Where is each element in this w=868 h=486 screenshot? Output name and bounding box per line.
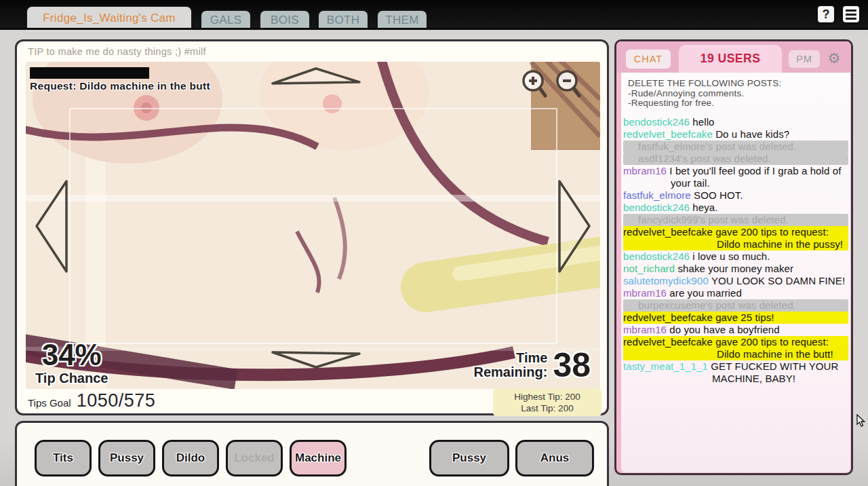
tab-chat[interactable]: CHAT bbox=[626, 50, 671, 69]
gear-icon: ⚙ bbox=[828, 50, 841, 67]
chat-username: redvelvet_beefcake bbox=[623, 226, 713, 238]
chat-text: are you married bbox=[669, 287, 742, 299]
action-button-label: Locked bbox=[234, 451, 275, 465]
chat-username: redvelvet_beefcake bbox=[623, 312, 713, 323]
deleted-post-notice: fastfuk_elmore's post was deleted. bbox=[623, 141, 848, 153]
chat-message: not_richard shake your money maker bbox=[623, 263, 848, 275]
chat-username: not_richard bbox=[623, 263, 675, 274]
chat-username: mbram16 bbox=[623, 287, 667, 299]
action-button-label: Dildo bbox=[176, 451, 205, 465]
window-tab-gals[interactable]: GALS bbox=[200, 10, 252, 30]
tip-stats-box: Highest Tip: 200 Last Tip: 200 bbox=[493, 389, 601, 416]
game-screen: Fridge_Is_Waiting's CamGALSBOISBOTHTHEM … bbox=[0, 0, 868, 486]
chat-text: do you have a boyfriend bbox=[669, 324, 779, 335]
tab-pm[interactable]: PM bbox=[789, 50, 820, 68]
help-button[interactable]: ? bbox=[816, 4, 836, 24]
question-icon: ? bbox=[823, 7, 830, 22]
censor-bar bbox=[30, 67, 149, 79]
tab-chat-label: CHAT bbox=[634, 54, 663, 64]
window-tab-both[interactable]: BOTH bbox=[317, 10, 369, 30]
tip-message: redvelvet_beefcake gave 25 tips! bbox=[623, 312, 848, 324]
tip-chance-display: 34% Tip Chance bbox=[35, 341, 108, 386]
pan-left-arrow[interactable] bbox=[31, 177, 72, 276]
chat-username: tasty_meat_1_1_1 bbox=[623, 360, 708, 372]
video-feed: Request: Dildo machine in the butt bbox=[26, 62, 600, 389]
chat-text: hello bbox=[692, 116, 714, 128]
settings-button[interactable]: ⚙ bbox=[824, 48, 844, 69]
chat-message-list: bendostick246 helloredvelvet_beefcake Do… bbox=[621, 116, 850, 385]
chat-text: shake your money maker bbox=[677, 263, 793, 274]
tip-chance-value: 34% bbox=[35, 341, 108, 369]
chat-username: salutetomydick900 bbox=[623, 275, 709, 286]
tips-goal-value: 1050/575 bbox=[77, 390, 156, 411]
chat-message: mbram16 do you have a boyfriend bbox=[623, 324, 848, 336]
chat-message: mbram16 are you married bbox=[623, 287, 848, 299]
window-tab-cam[interactable]: Fridge_Is_Waiting's Cam bbox=[26, 5, 193, 30]
chat-text: gave 200 tips to request: Dildo machine … bbox=[715, 226, 843, 250]
zoom-in-icon[interactable] bbox=[520, 69, 549, 100]
chat-username: redvelvet_beefcake bbox=[623, 128, 713, 140]
chat-username: redvelvet_beefcake bbox=[623, 336, 713, 348]
chat-panel: CHAT 19 USERS PM ⚙ DELETE THE FOLLOWING … bbox=[614, 39, 853, 475]
mouse-cursor bbox=[856, 414, 865, 428]
action-button-label: Pussy bbox=[452, 451, 486, 465]
request-overlay: Request: Dildo machine in the butt bbox=[30, 80, 210, 92]
moderation-notice-line: DELETE THE FOLLOWING POSTS: bbox=[628, 79, 844, 89]
action-button-label: Anus bbox=[540, 451, 570, 465]
chat-username: bendostick246 bbox=[623, 202, 690, 213]
menu-button[interactable] bbox=[841, 4, 861, 24]
action-button-machine-4[interactable]: Machine bbox=[290, 440, 347, 476]
chat-username: bendostick246 bbox=[623, 116, 690, 128]
tip-chance-label: Tip Chance bbox=[35, 371, 108, 386]
time-remaining-display: Time Remaining: 38 bbox=[473, 350, 591, 381]
tab-users-label: 19 USERS bbox=[701, 52, 761, 66]
last-tip: Last Tip: 200 bbox=[521, 403, 573, 414]
cam-status-line: TIP to make me do nasty things ;) #milf bbox=[28, 46, 206, 57]
action-button-pussy-5[interactable]: Pussy bbox=[429, 440, 509, 476]
hamburger-icon bbox=[846, 10, 856, 20]
time-label-line1: Time bbox=[473, 351, 547, 365]
deleted-text: asdf1234's post was deleted. bbox=[638, 153, 771, 164]
action-button-tits-0[interactable]: Tits bbox=[35, 440, 92, 476]
action-button-locked-3: Locked bbox=[226, 440, 283, 476]
deleted-text: fancydick999's post was deleted. bbox=[638, 214, 789, 225]
chat-username: mbram16 bbox=[623, 324, 667, 335]
chat-text: Do u have kids? bbox=[715, 128, 789, 140]
deleted-post-notice: asdf1234's post was deleted. bbox=[623, 153, 848, 165]
pan-up-arrow[interactable] bbox=[269, 64, 363, 88]
chat-text: i love u so much. bbox=[692, 250, 770, 262]
action-button-label: Pussy bbox=[110, 451, 144, 465]
action-button-label: Tits bbox=[53, 451, 73, 465]
chat-text: gave 200 tips to request: Dildo machine … bbox=[715, 336, 833, 360]
chat-message: tasty_meat_1_1_1 GET FUCKED WITH YOUR MA… bbox=[623, 360, 848, 385]
pan-down-arrow[interactable] bbox=[269, 348, 363, 371]
chat-message: redvelvet_beefcake Do u have kids? bbox=[623, 128, 848, 141]
chat-text: SOO HOT. bbox=[694, 189, 743, 201]
tips-goal-label: Tips Goal bbox=[28, 397, 71, 409]
deleted-text: burpexcuseme's post was deleted. bbox=[638, 299, 796, 311]
chat-text: heya. bbox=[692, 202, 717, 213]
time-remaining-value: 38 bbox=[553, 350, 591, 381]
chat-body: DELETE THE FOLLOWING POSTS:-Rude/Annoyin… bbox=[621, 73, 850, 472]
action-button-pussy-1[interactable]: Pussy bbox=[98, 440, 155, 476]
deleted-post-notice: fancydick999's post was deleted. bbox=[623, 214, 848, 226]
moderation-notice-line: -Rude/Annoying comments. bbox=[628, 89, 844, 99]
action-panel: TitsPussyDildoLockedMachinePussyAnus bbox=[15, 421, 609, 486]
tab-users[interactable]: 19 USERS bbox=[679, 45, 782, 73]
chat-message: bendostick246 hello bbox=[623, 116, 848, 128]
window-tab-them[interactable]: THEM bbox=[376, 10, 428, 30]
chat-message: bendostick246 heya. bbox=[623, 202, 848, 214]
action-button-label: Machine bbox=[295, 451, 341, 465]
chat-text: GET FUCKED WITH YOUR MACHINE, BABY! bbox=[711, 360, 838, 384]
action-button-anus-6[interactable]: Anus bbox=[515, 440, 594, 476]
chat-message: fastfuk_elmore SOO HOT. bbox=[623, 189, 848, 202]
tip-message: redvelvet_beefcake gave 200 tips to requ… bbox=[623, 336, 848, 360]
window-tab-bois[interactable]: BOIS bbox=[259, 10, 311, 30]
chat-message: salutetomydick900 YOU LOOK SO DAMN FINE! bbox=[623, 275, 848, 287]
pan-right-arrow[interactable] bbox=[554, 177, 595, 276]
chat-text: I bet you'll feel good if I grab a hold … bbox=[669, 165, 841, 189]
action-button-dildo-2[interactable]: Dildo bbox=[162, 440, 219, 476]
chat-header: CHAT 19 USERS PM ⚙ bbox=[616, 41, 851, 73]
zoom-out-icon[interactable] bbox=[554, 69, 583, 100]
deleted-post-notice: burpexcuseme's post was deleted. bbox=[623, 299, 848, 312]
